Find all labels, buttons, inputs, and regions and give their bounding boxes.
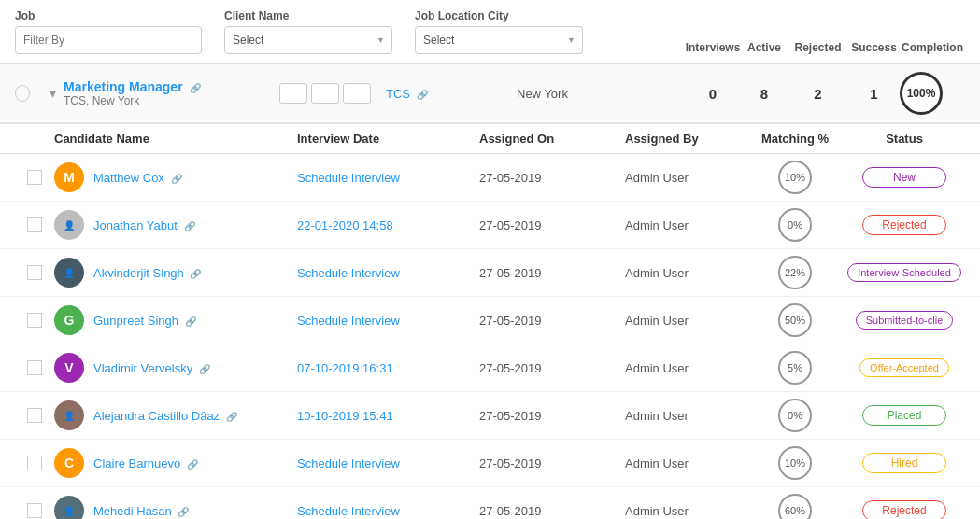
interview-date-cell: Schedule Interview [297, 314, 479, 328]
assigned-on-cell: 27-05-2019 [479, 266, 625, 280]
job-icon-1 [279, 83, 307, 104]
assigned-on-cell: 27-05-2019 [479, 409, 625, 423]
job-checkbox[interactable] [15, 85, 30, 102]
assigned-on-cell: 27-05-2019 [479, 218, 625, 232]
schedule-interview-link[interactable]: Schedule Interview [297, 171, 400, 185]
matching-cell: 5% [746, 351, 844, 385]
schedule-interview-link[interactable]: Schedule Interview [297, 504, 400, 518]
assigned-by-cell: Admin User [625, 361, 746, 375]
row-checkbox[interactable] [27, 313, 42, 328]
col-header-status: Status [844, 132, 965, 146]
job-external-link-icon[interactable]: 🔗 [190, 83, 201, 93]
candidate-cell: V Vladimir Vervelsky 🔗 [54, 353, 297, 383]
candidate-external-icon: 🔗 [185, 316, 196, 327]
client-filter-select[interactable]: Select [224, 26, 392, 54]
candidate-name[interactable]: Gunpreet Singh 🔗 [93, 314, 196, 328]
interview-date-cell: 22-01-2020 14:58 [297, 218, 479, 232]
avatar: M [54, 162, 84, 192]
matching-cell: 10% [746, 446, 844, 480]
candidate-name[interactable]: Vladimir Vervelsky 🔗 [93, 361, 210, 375]
status-cell: Submitted-to-clie [844, 311, 965, 330]
col-header-assigned-by: Assigned By [625, 132, 746, 146]
candidate-cell: M Matthew Cox 🔗 [54, 162, 297, 192]
col-header-matching: Matching % [746, 132, 844, 146]
job-location: New York [517, 87, 685, 101]
interviews-header: Interviews [685, 41, 741, 54]
location-filter-group: Job Location City Select [415, 9, 583, 54]
matching-circle: 5% [778, 351, 812, 385]
schedule-interview-link[interactable]: Schedule Interview [297, 456, 400, 470]
row-checkbox[interactable] [27, 170, 42, 185]
job-filter-input[interactable] [15, 26, 202, 54]
filter-bar: Job Client Name Select Job Location City… [0, 0, 980, 64]
candidate-link[interactable]: Gunpreet Singh [93, 314, 178, 328]
interview-date: 07-10-2019 16:31 [297, 361, 393, 375]
table-header: Candidate Name Interview Date Assigned O… [0, 123, 980, 154]
candidate-link[interactable]: Jonathan Yabut [93, 218, 178, 232]
candidate-name[interactable]: Jonathan Yabut 🔗 [93, 218, 195, 232]
candidate-link[interactable]: Claire Barnuevo [93, 456, 180, 470]
row-checkbox[interactable] [27, 360, 42, 375]
client-filter-group: Client Name Select [224, 9, 392, 54]
assigned-by-cell: Admin User [625, 266, 746, 280]
status-badge: Submitted-to-clie [856, 311, 954, 330]
candidate-name[interactable]: Alejandra Castillo Dâaz 🔗 [93, 409, 237, 423]
job-rejected-count: 2 [814, 86, 821, 102]
candidate-external-icon: 🔗 [184, 221, 195, 231]
assigned-on-cell: 27-05-2019 [479, 361, 625, 375]
job-subtitle: TCS, New York [64, 94, 264, 107]
row-checkbox[interactable] [27, 456, 42, 470]
job-success-count: 1 [870, 86, 877, 102]
table-row: G Gunpreet Singh 🔗 Schedule Interview 27… [0, 297, 980, 344]
schedule-interview-link[interactable]: Schedule Interview [297, 266, 400, 280]
matching-cell: 60% [746, 494, 844, 519]
candidate-cell: 👤 Akvinderjit Singh 🔗 [54, 258, 297, 288]
row-checkbox[interactable] [27, 265, 42, 280]
matching-cell: 50% [746, 303, 844, 337]
candidate-external-icon: 🔗 [178, 507, 189, 517]
col-header-candidate: Candidate Name [54, 132, 297, 146]
location-filter-label: Job Location City [415, 9, 583, 22]
assigned-by-cell: Admin User [625, 504, 746, 518]
row-checkbox[interactable] [27, 408, 42, 423]
candidate-link[interactable]: Alejandra Castillo Dâaz [93, 409, 220, 423]
status-cell: Rejected [844, 500, 965, 519]
job-client-name: TCS 🔗 [386, 87, 517, 101]
status-cell: Interview-Scheduled [844, 263, 965, 282]
location-filter-select[interactable]: Select [415, 26, 583, 54]
matching-circle: 0% [778, 399, 812, 432]
status-cell: Offer-Accepted [844, 358, 965, 377]
location-select-wrapper: Select [415, 26, 583, 54]
status-cell: New [844, 167, 965, 188]
candidate-name[interactable]: Mehedi Hasan 🔗 [93, 504, 189, 518]
assigned-on-cell: 27-05-2019 [479, 171, 625, 185]
assigned-by-cell: Admin User [625, 409, 746, 423]
interview-date-cell: Schedule Interview [297, 456, 479, 470]
candidate-cell: 👤 Mehedi Hasan 🔗 [54, 496, 297, 519]
candidate-name[interactable]: Matthew Cox 🔗 [93, 171, 182, 185]
row-checkbox[interactable] [27, 503, 42, 518]
candidate-name[interactable]: Claire Barnuevo 🔗 [93, 456, 198, 470]
status-badge: Interview-Scheduled [847, 263, 961, 282]
job-active-count: 8 [760, 86, 768, 102]
candidate-link[interactable]: Akvinderjit Singh [93, 266, 184, 280]
schedule-interview-link[interactable]: Schedule Interview [297, 314, 400, 328]
matching-cell: 0% [746, 399, 844, 432]
table-row: 👤 Alejandra Castillo Dâaz 🔗 10-10-2019 1… [0, 392, 980, 440]
candidate-cell: 👤 Alejandra Castillo Dâaz 🔗 [54, 400, 297, 430]
interview-date-cell: 10-10-2019 15:41 [297, 409, 479, 423]
candidate-external-icon: 🔗 [190, 269, 201, 279]
candidate-link[interactable]: Vladimir Vervelsky [93, 361, 192, 375]
row-checkbox[interactable] [27, 217, 42, 232]
job-interviews-count: 0 [709, 86, 717, 102]
assigned-on-cell: 27-05-2019 [479, 314, 625, 328]
assigned-on-cell: 27-05-2019 [479, 504, 625, 518]
matching-circle: 0% [778, 208, 812, 242]
candidate-name[interactable]: Akvinderjit Singh 🔗 [93, 266, 201, 280]
active-header: Active [741, 41, 788, 54]
job-expand-toggle[interactable]: ▾ [41, 82, 64, 105]
assigned-by-cell: Admin User [625, 456, 746, 470]
candidate-link[interactable]: Matthew Cox [93, 171, 164, 185]
matching-cell: 22% [746, 256, 844, 289]
candidate-link[interactable]: Mehedi Hasan [93, 504, 172, 518]
